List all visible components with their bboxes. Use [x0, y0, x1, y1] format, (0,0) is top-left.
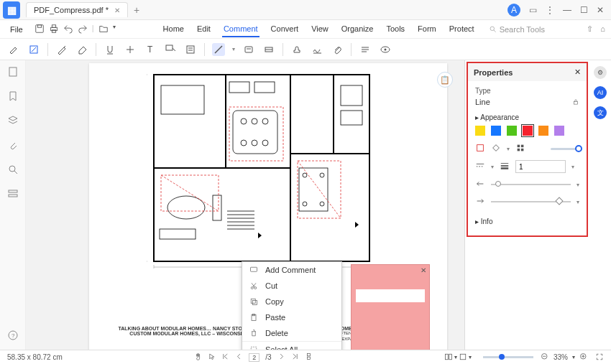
ai-assistant-icon[interactable]: AI: [594, 86, 607, 99]
stamp-tool-icon[interactable]: [290, 43, 303, 56]
layers-icon[interactable]: [7, 115, 19, 128]
fields-icon[interactable]: [7, 188, 19, 201]
line-style-icon[interactable]: [475, 161, 485, 172]
attachment-icon[interactable]: [331, 43, 344, 56]
sticky-close-icon[interactable]: ✕: [421, 266, 426, 274]
lock-icon[interactable]: [572, 98, 579, 106]
end-arrow-icon[interactable]: [475, 196, 485, 207]
signature-icon[interactable]: [311, 43, 323, 56]
window-close-icon[interactable]: ✕: [597, 5, 604, 15]
line-dropdown-icon[interactable]: ▾: [232, 46, 235, 52]
hide-comments-icon[interactable]: [379, 43, 392, 56]
tab-home[interactable]: Home: [162, 22, 185, 37]
color-green[interactable]: [507, 126, 517, 136]
properties-close-icon[interactable]: ✕: [574, 67, 581, 77]
color-red[interactable]: [523, 126, 533, 136]
sticky-note-icon[interactable]: [242, 43, 255, 56]
zoom-out-icon[interactable]: [541, 353, 549, 363]
user-avatar[interactable]: A: [507, 4, 520, 17]
document-canvas[interactable]: A SENSE O TALKING ABOUT MODULAR HOMES… N…: [26, 60, 464, 350]
next-page-icon[interactable]: [277, 353, 285, 362]
prev-page-icon[interactable]: [235, 353, 243, 362]
page-input[interactable]: 2: [249, 353, 259, 362]
qat-dropdown-icon[interactable]: ▾: [113, 24, 116, 35]
read-mode-icon[interactable]: [459, 353, 467, 363]
underline-icon[interactable]: [104, 43, 116, 56]
tool-search[interactable]: Search Tools: [489, 25, 545, 34]
tab-tools[interactable]: Tools: [385, 22, 406, 37]
start-arrow-icon[interactable]: [475, 179, 485, 190]
clipboard-float-icon[interactable]: 📋: [437, 72, 453, 88]
line-weight-icon[interactable]: [500, 161, 510, 172]
eraser-icon[interactable]: [75, 43, 88, 56]
note-icon[interactable]: [184, 43, 197, 56]
end-arrow-slider[interactable]: [491, 201, 571, 202]
stroke-width-input[interactable]: [515, 160, 566, 173]
area-highlight-icon[interactable]: [27, 43, 40, 56]
stroke-color-icon[interactable]: [475, 143, 485, 154]
tab-comment[interactable]: Comment: [222, 22, 259, 37]
tab-edit[interactable]: Edit: [196, 22, 212, 37]
zoom-in-icon[interactable]: [579, 353, 588, 363]
share-icon[interactable]: ⇧: [587, 24, 593, 34]
ctx-paste[interactable]: Paste: [242, 309, 341, 325]
help-up-icon[interactable]: ⌂: [600, 24, 605, 34]
tab-protect[interactable]: Protect: [448, 22, 476, 37]
view-mode-icon[interactable]: [444, 353, 453, 363]
attachments-icon[interactable]: [7, 139, 19, 152]
help-icon[interactable]: ?: [7, 330, 19, 342]
ctx-cut[interactable]: Cut: [242, 278, 341, 294]
search-icon[interactable]: [7, 164, 19, 177]
first-page-icon[interactable]: [221, 353, 229, 362]
save-icon[interactable]: [35, 24, 45, 35]
fill-color-icon[interactable]: [491, 143, 501, 154]
window-maximize-icon[interactable]: ☐: [580, 5, 588, 15]
ctx-delete[interactable]: Delete: [242, 325, 341, 341]
stamp-icon[interactable]: [262, 43, 275, 56]
ctx-copy[interactable]: Copy: [242, 294, 341, 309]
tab-add-button[interactable]: +: [134, 4, 139, 16]
arrange-icon[interactable]: [515, 143, 525, 154]
comments-list-icon[interactable]: [359, 43, 372, 56]
info-section[interactable]: ▸ Info: [475, 218, 579, 225]
color-purple[interactable]: [554, 126, 564, 136]
undo-icon[interactable]: [63, 24, 73, 35]
color-orange[interactable]: [538, 126, 548, 136]
ctx-add-comment[interactable]: Add Comment: [242, 262, 341, 278]
bookmarks-icon[interactable]: [7, 90, 19, 103]
hand-tool-icon[interactable]: [194, 353, 202, 362]
start-arrow-slider[interactable]: [491, 184, 571, 185]
sticky-text-input[interactable]: [356, 289, 425, 302]
sticky-note-popup[interactable]: ✕: [351, 264, 430, 350]
color-yellow[interactable]: [475, 126, 485, 136]
fullscreen-icon[interactable]: [595, 353, 604, 363]
panel-toggle-icon[interactable]: ⚙: [594, 66, 607, 79]
document-tab[interactable]: PDF_Compress.pdf * ✕: [26, 2, 128, 17]
last-page-icon[interactable]: [291, 353, 299, 362]
thumbnails-icon[interactable]: [7, 66, 19, 79]
textbox-icon[interactable]: T: [144, 43, 157, 56]
appearance-section[interactable]: ▸ Appearance: [475, 113, 579, 121]
translate-icon[interactable]: 文: [594, 106, 607, 119]
select-tool-icon[interactable]: [208, 353, 216, 362]
window-minimize-icon[interactable]: —: [563, 5, 571, 15]
tab-organize[interactable]: Organize: [340, 22, 375, 37]
tab-close-icon[interactable]: ✕: [114, 6, 120, 14]
tab-convert[interactable]: Convert: [270, 22, 300, 37]
open-icon[interactable]: [98, 24, 109, 35]
window-menu-icon[interactable]: ⋮: [546, 5, 554, 15]
tab-form[interactable]: Form: [416, 22, 438, 37]
line-tool-icon[interactable]: [212, 43, 225, 56]
ctx-select-all[interactable]: Select All: [242, 342, 341, 350]
redo-icon[interactable]: [78, 24, 88, 35]
scroll-mode-icon[interactable]: [305, 353, 313, 362]
zoom-slider[interactable]: [483, 356, 533, 358]
callout-icon[interactable]: [164, 43, 177, 56]
color-blue[interactable]: [491, 126, 501, 136]
strikeout-icon[interactable]: [124, 43, 137, 56]
opacity-slider[interactable]: [551, 148, 579, 150]
print-icon[interactable]: [49, 24, 59, 35]
window-compact-icon[interactable]: ▭: [529, 5, 537, 15]
file-menu[interactable]: File: [6, 24, 27, 35]
pencil-icon[interactable]: [55, 43, 68, 56]
